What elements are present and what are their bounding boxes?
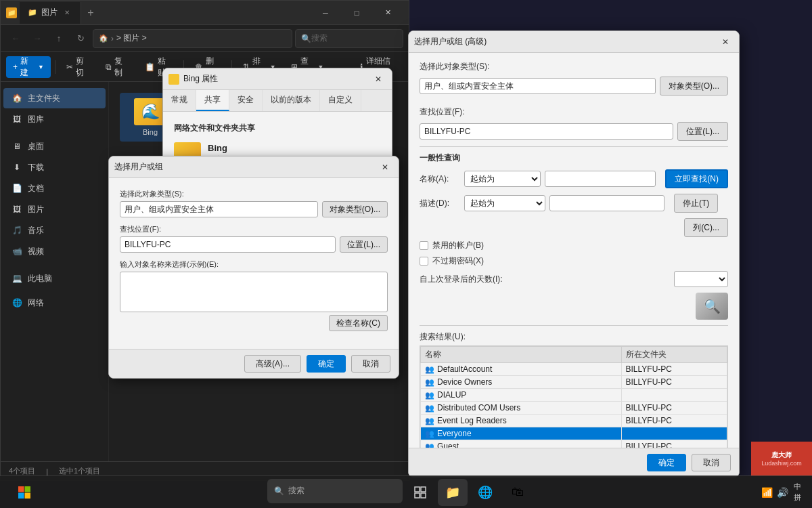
cut-icon: ✂	[66, 62, 73, 72]
back-btn[interactable]: ←	[6, 29, 25, 48]
input-object-row: 输入对象名称来选择(示例)(E): 检查名称(C)	[120, 259, 388, 331]
advanced-close[interactable]: ✕	[717, 34, 734, 50]
adv-object-type-btn[interactable]: 对象类型(O)...	[660, 77, 728, 96]
select-user-title: 选择用户或组	[114, 161, 373, 173]
adv-search-btn[interactable]: 立即查找(N)	[665, 169, 728, 188]
taskbar: 🔍 搜索 📁 🌐 🛍 📶 🔊 中 拼	[0, 475, 812, 508]
sidebar-item-videos[interactable]: 📹 视频	[3, 241, 106, 261]
forward-btn[interactable]: →	[28, 29, 47, 48]
days-since-select[interactable]	[674, 271, 728, 287]
table-row[interactable]: 👥GuestBILLYFU-PC	[421, 440, 727, 448]
adv-location-btn[interactable]: 位置(L)...	[677, 122, 728, 141]
sidebar-item-pictures[interactable]: 🖼 图片	[3, 199, 106, 219]
select-user-close[interactable]: ✕	[377, 159, 393, 175]
adv-desc-input[interactable]	[549, 195, 664, 211]
object-name-input[interactable]	[120, 272, 388, 312]
taskbar-store-btn[interactable]: 🛍	[503, 479, 533, 506]
no-expiry-checkbox[interactable]	[420, 257, 428, 266]
search-box[interactable]: 🔍 搜索	[295, 29, 403, 48]
object-type-value: 用户、组或内置安全主体	[120, 201, 318, 217]
advanced-title: 选择用户或组 (高级)	[414, 36, 713, 47]
folder-icon: 🌊	[134, 98, 166, 125]
taskbar-left	[11, 479, 38, 506]
tab-general[interactable]: 常规	[163, 90, 196, 111]
taskbar-taskview-btn[interactable]	[405, 479, 435, 506]
explorer-tab-pictures[interactable]: 📁 图片 ✕	[20, 2, 81, 24]
sidebar-item-network[interactable]: 🌐 网络	[3, 293, 106, 313]
select-user-cancel-btn[interactable]: 取消	[351, 355, 390, 373]
svg-rect-7	[421, 493, 426, 498]
cut-btn[interactable]: ✂ 剪切	[60, 56, 97, 78]
tab-previous-versions[interactable]: 以前的版本	[263, 90, 320, 111]
volume-tray-icon[interactable]: 🔊	[777, 487, 788, 498]
adv-location-input-row: BILLYFU-PC 位置(L)...	[420, 122, 728, 141]
adv-name-row: 名称(A): 起始为 立即查找(N)	[420, 169, 728, 188]
table-row[interactable]: 👥Distributed COM UsersBILLYFU-PC	[421, 402, 727, 415]
days-since-row: 自上次登录后的天数(I):	[420, 271, 728, 287]
input-object-input-row	[120, 272, 388, 312]
taskbar-explorer-btn[interactable]: 📁	[438, 479, 468, 506]
copy-btn[interactable]: ⧉ 复制	[99, 56, 136, 78]
result-row-icon: 👥	[425, 417, 434, 425]
bing-props-title: Bing 属性	[183, 73, 366, 85]
close-btn[interactable]: ✕	[372, 1, 403, 25]
thispc-icon: 💻	[12, 273, 22, 284]
adv-location-label: 查找位置(F):	[420, 106, 728, 118]
tab-security[interactable]: 安全	[229, 90, 263, 111]
address-bar[interactable]: 🏠 › > 图片 >	[93, 29, 292, 48]
taskbar-search[interactable]: 🔍 搜索	[267, 479, 403, 503]
sidebar-item-downloads[interactable]: ⬇ 下载	[3, 157, 106, 177]
adv-name-input[interactable]	[545, 171, 656, 187]
advanced-btn[interactable]: 高级(A)...	[244, 355, 301, 373]
adv-location-section: 查找位置(F): BILLYFU-PC 位置(L)...	[420, 106, 728, 141]
advanced-cancel-btn[interactable]: 取消	[692, 454, 731, 471]
network-tray-icon[interactable]: 📶	[761, 487, 773, 498]
nav-bar: ← → ↑ ↻ 🏠 › > 图片 > 🔍 搜索	[1, 25, 409, 52]
table-row[interactable]: 👥Everyone	[421, 427, 727, 440]
sidebar-item-desktop[interactable]: 🖥 桌面	[3, 136, 106, 156]
watermark: 鹿大师 Ludashiwj.com	[751, 442, 812, 475]
result-folder-cell: BILLYFU-PC	[621, 363, 727, 376]
taskview-icon	[414, 486, 426, 499]
check-names-btn[interactable]: 检查名称(C)	[329, 315, 388, 331]
adv-location-value: BILLYFU-PC	[420, 123, 673, 140]
location-btn[interactable]: 位置(L)...	[340, 236, 388, 253]
sidebar-item-music[interactable]: 🎵 音乐	[3, 220, 106, 240]
tab-share[interactable]: 共享	[196, 90, 229, 111]
advanced-ok-btn[interactable]: 确定	[647, 454, 686, 471]
minimize-btn[interactable]: ─	[310, 1, 341, 25]
tab-close-btn[interactable]: ✕	[62, 7, 72, 18]
table-row[interactable]: 👥DefaultAccountBILLYFU-PC	[421, 363, 727, 376]
share-folder-name: Bing	[208, 143, 230, 153]
dialog-advanced: 选择用户或组 (高级) ✕ 选择此对象类型(S): 用户、组或内置安全主体 对象…	[408, 30, 740, 478]
start-btn[interactable]	[11, 479, 38, 506]
toolbar-sep-1	[55, 60, 55, 74]
sidebar-item-documents[interactable]: 📄 文档	[3, 178, 106, 198]
sidebar-item-gallery[interactable]: 🖼 图库	[3, 109, 106, 129]
new-btn[interactable]: + 新建 ▼	[6, 56, 51, 78]
object-type-btn[interactable]: 对象类型(O)...	[322, 201, 388, 217]
table-row[interactable]: 👥DIALUP	[421, 389, 727, 402]
taskbar-edge-btn[interactable]: 🌐	[470, 479, 500, 506]
sidebar-item-home[interactable]: 🏠 主文件夹	[3, 88, 106, 108]
object-type-label: 选择此对象类型(S):	[120, 189, 388, 199]
adv-columns-btn[interactable]: 列(C)...	[684, 218, 728, 237]
table-row[interactable]: 👥Event Log ReadersBILLYFU-PC	[421, 415, 727, 427]
adv-stop-btn[interactable]: 停止(T)	[674, 194, 718, 213]
adv-name-prefix-select[interactable]: 起始为	[464, 171, 541, 187]
refresh-btn[interactable]: ↻	[71, 29, 90, 48]
tab-customize[interactable]: 自定义	[320, 90, 361, 111]
result-name-cell: 👥DIALUP	[421, 389, 622, 402]
result-folder-cell	[621, 389, 727, 402]
disabled-accounts-checkbox[interactable]	[420, 241, 428, 250]
select-user-ok-btn[interactable]: 确定	[307, 355, 346, 373]
sidebar-item-thispc[interactable]: 💻 此电脑	[3, 268, 106, 289]
up-btn[interactable]: ↑	[49, 29, 68, 48]
adv-desc-prefix-select[interactable]: 起始为	[464, 195, 545, 211]
result-name-cell: 👥Everyone	[421, 427, 622, 440]
table-row[interactable]: 👥Device OwnersBILLYFU-PC	[421, 376, 727, 389]
edge-icon: 🌐	[478, 485, 493, 500]
new-tab-btn[interactable]: +	[81, 3, 100, 22]
bing-props-close[interactable]: ✕	[370, 71, 386, 87]
maximize-btn[interactable]: □	[341, 1, 372, 25]
